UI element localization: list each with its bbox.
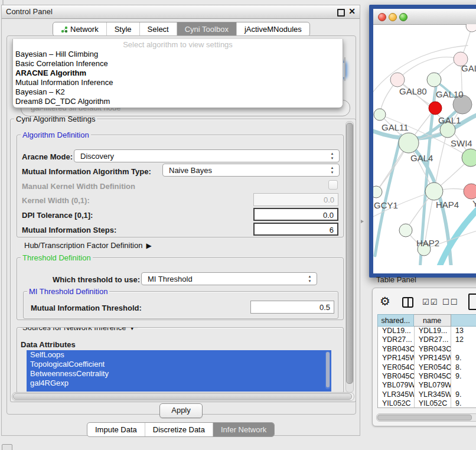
clipped-corner-button[interactable]	[2, 444, 12, 450]
tab-style[interactable]: Style	[106, 22, 139, 36]
table-row[interactable]: YBR045CYBR045C9.	[378, 372, 476, 381]
control-panel-window: Control Panel ✕ NetworkStyleSelectCyni T…	[1, 5, 360, 436]
mi-threshold-field[interactable]: 0.5	[250, 301, 334, 314]
table-panel-window: ⚙ ☑☑ ☐☐ shared...name YDL19...YDL19...13…	[372, 288, 476, 426]
aracne-mode-value: Discovery	[80, 152, 114, 161]
network-node-GAL4[interactable]	[399, 133, 419, 153]
network-node-top[interactable]	[466, 24, 476, 32]
tab-select[interactable]: Select	[139, 22, 177, 36]
mi-steps-label: Mutual Information Steps:	[22, 225, 116, 236]
algorithm-option-basic-correlation-inference[interactable]: Basic Correlation Inference	[13, 59, 343, 69]
apply-button[interactable]: Apply	[159, 403, 203, 418]
expand-right-icon[interactable]: ▶	[146, 242, 151, 250]
table-cell: 9.	[451, 399, 476, 408]
tab-discretize-data[interactable]: Discretize Data	[145, 423, 213, 436]
tab-label: Network	[70, 25, 99, 34]
network-node-red[interactable]	[429, 102, 442, 115]
minimize-button[interactable]	[389, 13, 397, 21]
algorithm-option-bayesian-hill-climbing[interactable]: Bayesian – Hill Climbing	[13, 50, 343, 59]
kernel-width-label: Kernel Width (0,1):	[22, 195, 90, 206]
table-row[interactable]: YPR145WYPR145W9.	[378, 354, 476, 363]
column-layout-icon[interactable]	[402, 297, 413, 308]
attribute-item-betweennesscentrality[interactable]: BetweennessCentrality	[27, 369, 331, 379]
dropdown-placeholder: Select algorithm to view settings	[13, 40, 343, 50]
mi-steps-field[interactable]: 6	[253, 223, 338, 236]
scrollbar-thumb[interactable]	[377, 415, 472, 420]
select-all-icon[interactable]: ☑☑	[422, 298, 438, 306]
table-cell: 8.	[451, 363, 476, 372]
tab-network[interactable]: Network	[53, 22, 106, 36]
table-cell: 13	[451, 327, 476, 335]
scrollbar-thumb[interactable]	[326, 352, 330, 387]
spinner-arrows-icon: ▲▼	[330, 165, 335, 175]
table-row[interactable]: YER054CYER054C8.	[378, 363, 476, 372]
network-node-HAP4[interactable]	[425, 182, 443, 200]
table-row[interactable]: YDR27...YDR27...12	[378, 335, 476, 344]
mi-type-select[interactable]: Naive Bayes ▲▼	[162, 164, 340, 177]
which-threshold-select[interactable]: MI Threshold ▲▼	[141, 272, 317, 285]
attribute-item-selfloops[interactable]: SelfLoops	[27, 350, 331, 360]
node-label-gal: GAL	[461, 63, 476, 73]
tab-cyni-toolbox[interactable]: Cyni Toolbox	[177, 22, 236, 36]
settings-gear-icon[interactable]: ⚙	[380, 294, 390, 308]
column-header-name[interactable]: name	[414, 314, 451, 327]
dpi-tolerance-field[interactable]: 0.0	[253, 208, 338, 221]
tab-infer-network[interactable]: Infer Network	[213, 423, 274, 436]
tab-label: Impute Data	[95, 425, 137, 434]
hub-definition-expander[interactable]: Hub/Transcription Factor Definition▶	[24, 241, 152, 250]
table-row[interactable]: YBL079WYBL079W	[378, 381, 476, 390]
table-cell: YDR27...	[414, 335, 451, 344]
table-row[interactable]: YIL052CYIL052C9.	[378, 399, 476, 408]
function-builder-icon[interactable]	[468, 294, 476, 310]
sources-group: Sources for Network Inference ▼ Data Att…	[17, 327, 344, 393]
network-node-GAL80[interactable]	[390, 73, 405, 87]
scrollbar-thumb[interactable]	[13, 393, 352, 400]
close-icon[interactable]: ✕	[348, 6, 356, 16]
network-node-HAP2[interactable]	[399, 224, 412, 237]
table-row[interactable]: YLR345WYLR345W9.	[378, 390, 476, 399]
spinner-arrows-icon: ▲▼	[330, 151, 335, 161]
float-window-icon[interactable]	[337, 9, 345, 17]
deselect-all-icon[interactable]: ☐☐	[442, 298, 458, 306]
aracne-mode-select[interactable]: Discovery ▲▼	[74, 149, 340, 162]
horizontal-scrollbar[interactable]	[12, 392, 354, 401]
algorithm-option-dream8-dc-tdc-algorithm[interactable]: Dream8 DC_TDC Algorithm	[13, 97, 343, 106]
tab-label: Style	[115, 25, 132, 34]
table-header-row: shared...name	[377, 314, 476, 327]
kernel-width-field[interactable]: 0.0	[253, 193, 338, 206]
table-cell: YBR043C	[414, 345, 451, 354]
list-scrollbar[interactable]	[325, 351, 330, 389]
algorithm-option-bayesian-k2[interactable]: Bayesian – K2	[13, 87, 343, 97]
vertical-scrollbar[interactable]	[345, 121, 354, 393]
sources-group-title: Sources for Network Inference ▼	[21, 327, 138, 332]
close-button[interactable]	[378, 13, 386, 21]
network-node-Y[interactable]	[464, 184, 476, 199]
table-horizontal-scrollbar[interactable]	[376, 413, 476, 422]
tab-jactivemnodules[interactable]: jActiveMNodules	[236, 22, 309, 36]
table-row[interactable]: YBR043CYBR043C	[378, 345, 476, 354]
zoom-button[interactable]	[399, 13, 407, 21]
attribute-item-gal4rgexp[interactable]: gal4RGexp	[27, 379, 331, 388]
attribute-item-topologicalcoefficient[interactable]: TopologicalCoefficient	[27, 360, 331, 369]
algorithm-option-mutual-information-inference[interactable]: Mutual Information Inference	[13, 78, 343, 87]
manual-kernel-checkbox[interactable]	[328, 180, 338, 190]
which-threshold-value: MI Threshold	[148, 275, 193, 283]
network-view-window: GALGAL80GAL10GAL1GAL11SWI4GAL4GCY1HAP4YH…	[369, 5, 476, 278]
table-cell: YLR345W	[378, 390, 414, 399]
network-canvas[interactable]: GALGAL80GAL10GAL1GAL11SWI4GAL4GCY1HAP4YH…	[373, 24, 476, 265]
column-header-shared[interactable]: shared...	[377, 314, 414, 327]
network-node-GCY1[interactable]	[373, 186, 382, 198]
splitter-handle[interactable]	[361, 220, 364, 223]
tab-label: jActiveMNodules	[244, 25, 302, 34]
network-node-GAL11[interactable]	[374, 109, 386, 120]
tab-impute-data[interactable]: Impute Data	[87, 423, 145, 436]
scrollbar-thumb[interactable]	[346, 123, 353, 384]
network-node-GAL10[interactable]	[427, 73, 441, 87]
algorithm-option-aracne-algorithm[interactable]: ARACNE Algorithm	[13, 69, 343, 78]
tab-label: Discretize Data	[153, 425, 205, 434]
table-cell: 9.	[451, 372, 476, 381]
table-row[interactable]: YDL19...YDL19...13	[378, 327, 476, 335]
collapse-down-icon[interactable]: ▼	[128, 327, 136, 332]
column-header-clipped[interactable]	[451, 314, 476, 327]
network-node-green-right[interactable]	[462, 149, 476, 167]
